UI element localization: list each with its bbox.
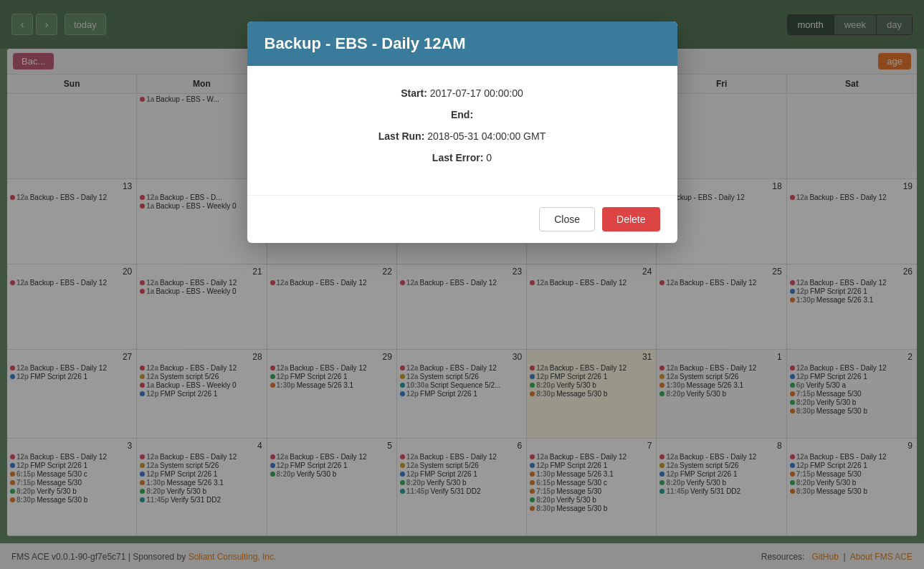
end-label: End: [451, 109, 473, 120]
app-wrapper: ‹ › today month week day Bac... age Sun … [0, 0, 924, 569]
lasterror-label: Last Error: [432, 152, 484, 163]
modal-start-row: Start: 2017-07-17 00:00:00 [276, 87, 649, 99]
modal-overlay[interactable]: Backup - EBS - Daily 12AM Start: 2017-07… [0, 0, 924, 569]
modal-lastrun-row: Last Run: 2018-05-31 04:00:00 GMT [276, 130, 649, 142]
lasterror-val: 0 [486, 152, 492, 163]
modal-body: Start: 2017-07-17 00:00:00 End: Last Run… [247, 66, 677, 195]
lastrun-label: Last Run: [378, 130, 425, 142]
modal-lasterror-row: Last Error: 0 [276, 152, 649, 163]
start-val: 2017-07-17 00:00:00 [430, 87, 523, 99]
modal-dialog: Backup - EBS - Daily 12AM Start: 2017-07… [247, 21, 677, 243]
modal-footer: Close Delete [247, 195, 677, 243]
modal-end-row: End: [276, 109, 649, 120]
modal-header: Backup - EBS - Daily 12AM [247, 21, 677, 66]
delete-button[interactable]: Delete [602, 207, 659, 231]
modal-title: Backup - EBS - Daily 12AM [265, 34, 660, 53]
close-button[interactable]: Close [539, 207, 595, 231]
start-label: Start: [401, 87, 427, 99]
lastrun-val: 2018-05-31 04:00:00 GMT [427, 130, 546, 142]
